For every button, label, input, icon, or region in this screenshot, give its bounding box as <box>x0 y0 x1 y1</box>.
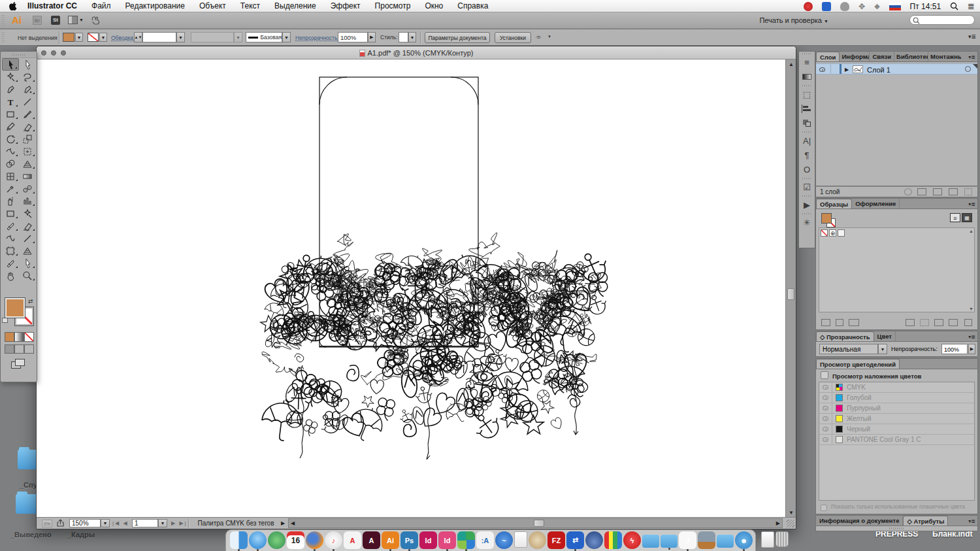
plate-visibility-icon[interactable] <box>823 437 828 442</box>
layer-expand-icon[interactable]: ▶ <box>845 67 849 73</box>
dock-chart-app[interactable] <box>604 531 622 549</box>
dock-folder-3[interactable] <box>717 535 734 548</box>
color-mode-button[interactable] <box>5 332 14 342</box>
vertical-scrollbar[interactable]: ▲ ▼ <box>785 59 796 518</box>
menu-item[interactable]: Просмотр <box>375 1 411 10</box>
resize-grip[interactable] <box>787 520 794 527</box>
swatch-libraries-icon[interactable] <box>821 319 830 326</box>
menu-item[interactable]: Редактирование <box>125 1 185 10</box>
plate-visibility-icon[interactable] <box>823 427 828 431</box>
dock-acrobat-pro[interactable]: A <box>363 531 380 549</box>
transparency-opacity-input[interactable]: 100% <box>941 344 968 354</box>
tool-eyedropper[interactable] <box>2 182 19 195</box>
dock-openoffice[interactable]: ~ <box>495 531 513 549</box>
dock-font-app[interactable]: :A <box>476 531 494 549</box>
status-expand-icon[interactable]: ▶ <box>281 521 285 526</box>
panel-icon-character[interactable]: A| <box>799 133 815 148</box>
tools-panel-header[interactable] <box>1 52 37 58</box>
tool-artboard[interactable] <box>2 244 19 257</box>
menu-item[interactable]: Выделение <box>274 1 316 10</box>
new-sublayer-icon[interactable] <box>933 188 942 195</box>
swatches-panel-menu[interactable]: ▾≣ <box>968 201 975 207</box>
swatch-scroll-up[interactable]: ▲ <box>969 229 973 233</box>
desktop-folder-label[interactable]: _Кадры <box>67 531 95 539</box>
preferences-button[interactable]: Установки <box>495 32 531 43</box>
draw-normal-button[interactable] <box>5 344 14 354</box>
make-mask-icon[interactable] <box>917 188 926 195</box>
menu-item[interactable]: Текст <box>240 1 260 10</box>
last-artboard-icon[interactable]: ▶ ▶| <box>171 521 188 526</box>
brush-definition[interactable]: Базовая <box>246 32 282 42</box>
opacity-stepper[interactable]: ▶ <box>368 32 376 42</box>
workspace-switcher[interactable]: Печать и проверка ▼ <box>759 16 828 24</box>
tab-links[interactable]: Связи <box>870 52 894 61</box>
select-similar-icon[interactable]: ⌯ <box>536 33 542 41</box>
panel-icon-align[interactable] <box>799 101 815 116</box>
swatch-scroll-down[interactable]: ▼ <box>969 307 973 311</box>
layer-target-icon[interactable] <box>965 66 971 72</box>
tool-reshape[interactable] <box>2 232 19 244</box>
tool-live-paint[interactable] <box>2 207 19 220</box>
panel-icon-navigator[interactable]: ✳ <box>799 215 815 229</box>
brush-dropdown[interactable]: ▼ <box>282 32 291 42</box>
swatch-options-icon[interactable] <box>849 319 859 326</box>
layer-thumbnail[interactable] <box>853 65 863 73</box>
locate-object-icon[interactable] <box>904 188 912 195</box>
dock-photoshop[interactable]: Ps <box>400 531 418 549</box>
transparency-opacity-stepper[interactable]: ▶ <box>968 344 975 354</box>
plate-visibility-icon[interactable] <box>823 416 828 421</box>
appbar-drag-handle[interactable] <box>1 15 5 25</box>
layer-name[interactable]: Слой 1 <box>867 66 890 74</box>
panel-icon-gradient[interactable] <box>799 69 815 84</box>
share-icon[interactable] <box>56 519 65 527</box>
panel-icon-variables[interactable]: ☑ <box>799 180 815 194</box>
tool-slice[interactable] <box>2 257 19 269</box>
panel-icon-pathfinder[interactable] <box>799 116 815 130</box>
apple-menu[interactable] <box>9 1 17 10</box>
new-layer-icon[interactable] <box>949 188 958 195</box>
tool-line-segment[interactable] <box>19 95 36 108</box>
tab-color[interactable]: Цвет <box>874 331 896 341</box>
panel-icon-transform[interactable]: ⬚ <box>799 87 815 101</box>
teamviewer-icon[interactable] <box>822 2 831 11</box>
menu-item[interactable]: Окно <box>425 1 443 10</box>
grid-view-icon[interactable]: ▦ <box>962 213 972 222</box>
stroke-color-swatch[interactable] <box>88 33 99 42</box>
fill-color-swatch[interactable] <box>63 33 74 42</box>
arrange-documents-icon[interactable] <box>68 16 78 24</box>
tool-live-paint-selection[interactable] <box>19 207 36 220</box>
tool-perspective-grid[interactable] <box>19 158 36 170</box>
move-icon[interactable]: ✥ <box>858 2 865 11</box>
menu-item[interactable]: Файл <box>91 1 111 10</box>
tool-measure[interactable] <box>19 232 36 244</box>
blend-mode-dropdown[interactable]: ▼ <box>878 344 887 354</box>
default-colors-icon[interactable] <box>2 318 8 323</box>
cloud-icon[interactable] <box>840 2 849 11</box>
plate-visibility-icon[interactable] <box>823 395 828 400</box>
opacity-link[interactable]: Непрозрачность: <box>295 35 339 41</box>
search-input[interactable] <box>909 15 975 25</box>
blend-mode-select[interactable]: Нормальная <box>819 344 878 354</box>
swatch-registration[interactable]: ⊕ <box>829 229 836 237</box>
tool-blend[interactable] <box>19 182 36 195</box>
tool-lasso[interactable] <box>19 71 36 83</box>
dock-trash[interactable] <box>776 531 789 547</box>
dock-color-grid-app[interactable] <box>457 531 475 549</box>
tool-gradient[interactable] <box>19 170 36 182</box>
draw-behind-button[interactable] <box>14 344 24 354</box>
tool-knife[interactable] <box>2 220 19 232</box>
tool-hand[interactable] <box>2 269 19 282</box>
stroke-panel-link[interactable]: Обводка: <box>111 35 135 41</box>
dock-calendar[interactable]: 16 <box>287 531 304 549</box>
tab-layers[interactable]: Слои <box>816 52 840 61</box>
tool-type[interactable]: T <box>2 95 19 108</box>
desktop-folder-label[interactable]: _Спу <box>20 481 37 489</box>
touch-workspace-icon[interactable] <box>90 15 101 25</box>
overprint-preview-checkbox[interactable] <box>821 371 828 379</box>
notification-center-icon[interactable]: ≣ <box>968 1 975 11</box>
tool-curvature[interactable] <box>19 83 36 95</box>
plate-row[interactable]: Пурпурный <box>819 403 974 414</box>
transparency-panel-menu[interactable]: ▾≣ <box>968 334 975 340</box>
dock-illustrator[interactable]: Ai <box>382 531 399 549</box>
dock-java[interactable]: J <box>679 531 696 549</box>
